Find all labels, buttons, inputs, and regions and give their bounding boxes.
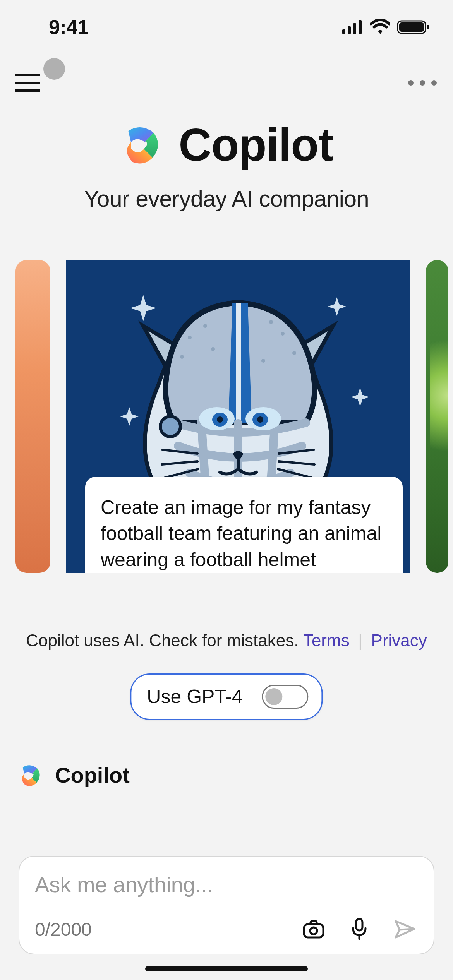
svg-rect-42	[356, 919, 362, 930]
disclaimer-row: Copilot uses AI. Check for mistakes. Ter…	[0, 631, 453, 650]
copilot-logo-icon	[18, 763, 43, 788]
menu-button[interactable]	[15, 74, 40, 92]
svg-rect-5	[399, 22, 424, 32]
svg-rect-40	[304, 924, 323, 937]
svg-point-23	[261, 359, 265, 363]
dot-icon	[431, 80, 437, 86]
svg-rect-1	[348, 26, 351, 34]
hamburger-icon	[15, 74, 40, 92]
page-subtitle: Your everyday AI companion	[0, 186, 453, 212]
copilot-logo-icon	[120, 123, 163, 166]
svg-rect-15	[236, 303, 241, 423]
cellular-icon	[342, 20, 363, 34]
more-button[interactable]	[408, 80, 437, 86]
dot-icon	[408, 80, 414, 86]
chat-sender-name: Copilot	[55, 762, 130, 788]
terms-link[interactable]: Terms	[303, 631, 350, 650]
svg-point-18	[180, 355, 184, 359]
chat-message-header: Copilot	[18, 762, 130, 788]
nav-bar	[0, 56, 453, 110]
suggestion-card-caption[interactable]: Create an image for my fantasy football …	[85, 477, 403, 573]
notification-dot-icon	[43, 58, 65, 80]
svg-line-26	[271, 422, 275, 481]
home-indicator	[145, 966, 308, 971]
svg-rect-2	[353, 23, 356, 34]
svg-point-33	[257, 416, 263, 423]
suggestion-carousel[interactable]: Create an image for my fantasy football …	[0, 260, 453, 573]
separator: |	[358, 631, 362, 650]
camera-icon[interactable]	[303, 920, 324, 939]
char-count: 0/2000	[35, 919, 92, 940]
disclaimer-text: Copilot uses AI. Check for mistakes.	[26, 631, 299, 650]
svg-point-20	[281, 332, 285, 336]
microphone-icon[interactable]	[352, 918, 367, 941]
model-toggle[interactable]: Use GPT-4	[130, 673, 323, 720]
suggestion-card[interactable]: Create an image for my fantasy football …	[66, 260, 410, 573]
svg-point-27	[160, 416, 180, 437]
composer-input[interactable]: Ask me anything...	[35, 872, 418, 897]
dot-icon	[420, 80, 425, 86]
wifi-icon	[370, 19, 390, 35]
suggestion-card-prev[interactable]	[15, 260, 50, 573]
svg-rect-0	[342, 29, 345, 34]
svg-line-44	[400, 929, 414, 930]
status-bar: 9:41	[0, 0, 453, 54]
composer[interactable]: Ask me anything... 0/2000	[19, 856, 434, 954]
svg-point-19	[211, 347, 215, 351]
svg-point-22	[292, 351, 296, 355]
switch-icon[interactable]	[262, 685, 309, 709]
status-time: 9:41	[49, 15, 88, 39]
battery-icon	[397, 19, 430, 35]
suggestion-card-next[interactable]	[426, 260, 448, 573]
model-toggle-label: Use GPT-4	[147, 685, 242, 708]
privacy-link[interactable]: Privacy	[371, 631, 427, 650]
svg-point-32	[217, 416, 223, 423]
svg-point-21	[269, 320, 273, 324]
svg-point-16	[188, 336, 192, 339]
brand-header: Copilot Your everyday AI companion	[0, 118, 453, 212]
svg-line-24	[201, 422, 205, 481]
svg-point-17	[203, 324, 207, 328]
svg-rect-6	[427, 25, 429, 29]
status-indicators	[342, 19, 430, 35]
send-icon[interactable]	[394, 920, 416, 939]
page-title: Copilot	[178, 118, 333, 171]
svg-point-41	[310, 927, 317, 934]
svg-rect-3	[359, 20, 362, 34]
